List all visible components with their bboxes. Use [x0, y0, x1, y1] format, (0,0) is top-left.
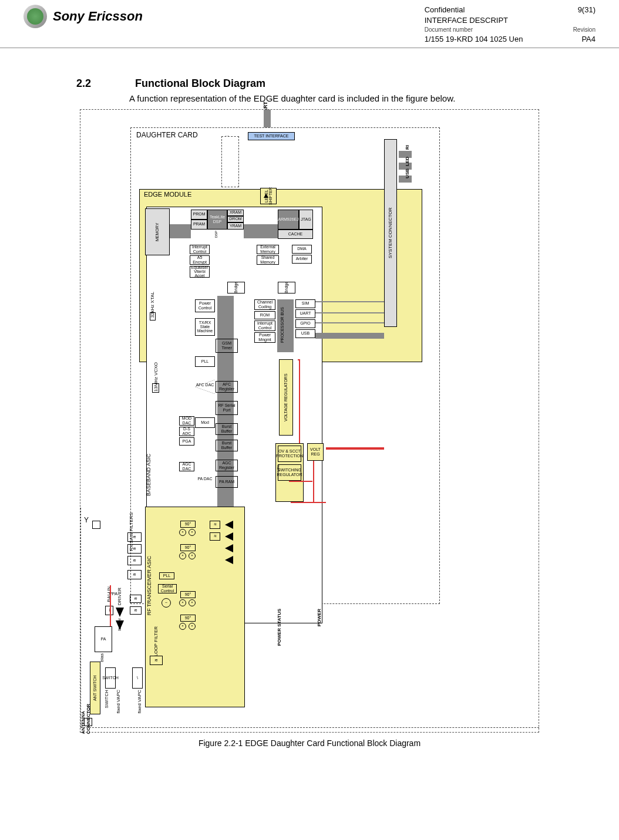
- a5-box: A5 Encrypt: [190, 255, 210, 265]
- logo-sphere-icon: [23, 5, 47, 28]
- afc-reg-box: AFC Register: [216, 381, 238, 393]
- ri-ext-label: RI: [405, 145, 410, 150]
- ext-memory-box: External Memory: [257, 245, 279, 254]
- vcxo-icon: [152, 383, 159, 393]
- prom-box: PROM: [191, 210, 207, 220]
- dsp-label: DSP: [214, 231, 218, 238]
- brand-logo: Sony Ericsson: [23, 5, 143, 28]
- pa-ram-box: PA RAM: [216, 476, 238, 488]
- brand-text: Sony Ericsson: [53, 9, 143, 24]
- arbiter-box: Arbiter: [292, 255, 312, 264]
- switching-reg-box: SWITCHING REGULATOR: [278, 464, 301, 481]
- red-power-sys-icon: [326, 447, 384, 450]
- document-header: Sony Ericsson Confidential9(31) INTERFAC…: [0, 0, 619, 48]
- uart-box: UART: [295, 309, 315, 318]
- afc-dac-label: AFC DAC: [195, 379, 215, 392]
- docnum: 1/155 19-KRD 104 1025 Uen: [425, 34, 523, 45]
- arrow-uart-icon: [264, 110, 271, 127]
- burst-buf1: Burst Buffer: [216, 423, 238, 435]
- mod-dac-box: MOD DAC: [179, 416, 194, 426]
- triangle-icon: [264, 194, 268, 198]
- block-diagram: UART DAUGHTER CARD SIM INTERFACE TEST IN…: [80, 109, 539, 733]
- burst-buf2: Burst Buffer: [216, 440, 238, 451]
- gsm-timer-box: GSM Timer: [216, 339, 238, 353]
- section-paragraph: A function representation of the EDGE du…: [129, 93, 578, 103]
- int-ctrl-box: Interrupt Control: [190, 245, 210, 254]
- dma-box: DMA: [292, 245, 312, 254]
- redline-d-icon: [313, 461, 314, 503]
- xtal-icon: [150, 312, 156, 321]
- section-heading: Functional Block Diagram: [135, 77, 265, 89]
- gpio-box: GPIO: [295, 319, 315, 328]
- ds-adc-box: D-S ADC: [179, 427, 194, 436]
- rom-box: ROM: [254, 311, 275, 319]
- agc-dac-box: AGC DAC: [179, 462, 194, 471]
- pll-box: PLL: [195, 356, 215, 367]
- power-ctrl-box: Power Control: [195, 299, 215, 312]
- voltage-regulators-box: VOLTAGE REGULATORS: [279, 359, 293, 436]
- system-connector-box: SYSTEM CONNECTOR: [384, 139, 397, 327]
- bridge-left: Bridge: [227, 282, 245, 294]
- dsp-arm-bus-icon: [244, 224, 278, 238]
- shared-memory-box: Shared Memory: [257, 255, 279, 265]
- test-interface-box: TEST INTERFACE: [248, 132, 295, 140]
- xram-box: XRAM: [227, 210, 244, 216]
- uartline-icon: [315, 312, 384, 313]
- jtag-box: JTAG: [299, 210, 313, 230]
- led-ext-label: LED: [405, 157, 410, 166]
- usb-box: USB: [295, 329, 315, 338]
- revision-label: Revision: [573, 26, 596, 34]
- header-meta: Confidential9(31) INTERFACE DESCRIPT Doc…: [425, 5, 596, 45]
- baseband-asic-label: BASEBAND ASIC: [146, 454, 152, 496]
- pram-box: PRAM: [191, 220, 207, 230]
- rf-serial-box: RF Serial Port: [216, 401, 238, 415]
- pga-box: PGA: [179, 437, 194, 446]
- eq-viterbi-box: Equaliser Viterbi Accel: [190, 266, 210, 278]
- cache-box: CACHE: [278, 230, 313, 239]
- revision: PA4: [581, 34, 596, 45]
- confidential-label: Confidential: [425, 5, 465, 15]
- memory-box: MEMORY: [145, 208, 170, 255]
- drom-box: DROM: [227, 216, 244, 222]
- memory-bus-icon: [170, 224, 191, 238]
- redline-e-icon: [289, 481, 312, 482]
- usbline-icon: [315, 333, 384, 339]
- doc-title: INTERFACE DESCRIPT: [425, 15, 508, 26]
- volt-reg-box: VOLT REG: [307, 443, 324, 461]
- pa-dac-label: PA DAC: [195, 474, 215, 484]
- arm-box: ARM926EJ: [278, 210, 299, 230]
- usb-ext-label: USB: [405, 168, 410, 178]
- mod-box: Mod: [195, 417, 215, 428]
- simline-icon: [315, 301, 384, 302]
- processor-bus-label: PROCESSOR BUS: [280, 307, 284, 343]
- gpioline-icon: [315, 322, 384, 323]
- pwr-mgmt-box: Power Mngmt: [254, 332, 275, 343]
- txrx-sm-box: TX/RX State Machine: [195, 318, 215, 336]
- bridge-right: Bridge: [278, 282, 295, 294]
- edge-module-label: EDGE MODULE: [144, 191, 191, 198]
- int-ctrl2-box: Interrupt Control: [254, 321, 275, 331]
- level-shifter-box: LEVEL SHIFTER: [260, 188, 277, 204]
- ov-scct-box: OV & SCCT PROTECTION: [278, 446, 301, 462]
- sim-interface-pad: [221, 136, 239, 187]
- figure-caption: Figure 2.2-1 EDGE Daughter Card Function…: [41, 738, 578, 748]
- lower-dash-outline: [80, 508, 539, 728]
- docnum-label: Document number: [425, 26, 473, 34]
- sim-box: SIM: [295, 299, 315, 308]
- section-number: 2.2: [76, 77, 135, 90]
- teak-box: TeakLite DSP: [207, 210, 227, 230]
- agc-reg-box: AGC Register: [216, 460, 238, 471]
- chan-coding-box: Channel Coding: [254, 299, 275, 310]
- page-number: 9(31): [578, 5, 596, 15]
- redline-c-icon: [291, 502, 326, 503]
- yram-box: YRAM: [227, 222, 244, 230]
- content-area: 2.2Functional Block Diagram A function r…: [0, 48, 619, 765]
- section-title: 2.2Functional Block Diagram: [76, 77, 578, 90]
- redline-b-icon: [299, 359, 300, 443]
